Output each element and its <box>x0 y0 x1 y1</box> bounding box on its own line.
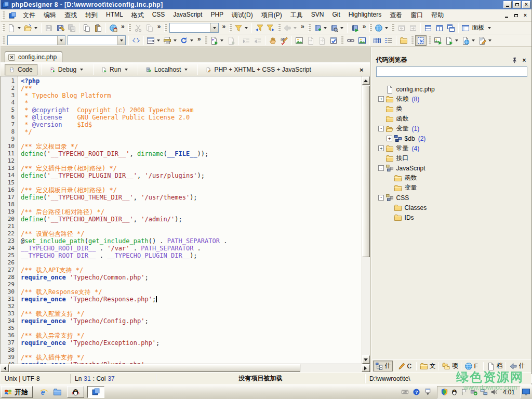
menu-p[interactable]: 项目(P) <box>257 9 286 21</box>
code-line[interactable]: define('__TYPECHO_ADMIN_DIR__', '/admin/… <box>21 216 362 223</box>
preview-in-browser-button[interactable] <box>108 23 119 33</box>
expand-icon[interactable]: + <box>377 96 385 102</box>
cascade-windows-button[interactable] <box>445 23 457 33</box>
menu-[interactable]: 工具 <box>286 9 307 21</box>
insert-link-button[interactable] <box>345 35 356 46</box>
tree-item-[interactable]: 函数 <box>377 173 531 183</box>
toolbar-grip[interactable] <box>2 24 5 32</box>
dropdown-caret-icon[interactable] <box>340 27 343 29</box>
bookmark-go-button[interactable] <box>349 23 361 33</box>
code-line[interactable]: /** 定义插件目录(相对路径) */ <box>21 165 362 172</box>
menu-[interactable]: 帮助 <box>427 9 448 21</box>
code-line[interactable] <box>21 136 362 143</box>
dropdown-caret-icon[interactable] <box>80 69 83 71</box>
mdi-restore-button[interactable] <box>512 12 520 19</box>
overflow-chevron-icon[interactable]: » <box>195 35 203 46</box>
copy-document-button[interactable] <box>81 23 92 33</box>
viewbar-close-icon[interactable]: × <box>357 66 366 74</box>
overflow-chevron-icon[interactable]: » <box>119 23 127 33</box>
open-file-button[interactable] <box>23 23 39 33</box>
debug-run-button[interactable] <box>209 35 225 46</box>
tree-item-ids[interactable]: IDs <box>377 212 531 222</box>
view-php-button[interactable]: PHP + XHTML + CSS + JavaScript <box>201 64 315 75</box>
toolbar-grip[interactable] <box>308 24 311 32</box>
show-desktop-icon[interactable] <box>521 387 531 398</box>
dropdown-caret-icon[interactable] <box>18 27 21 29</box>
menu-[interactable]: 编辑 <box>39 9 60 21</box>
validate-button[interactable] <box>328 35 339 46</box>
menu-html[interactable]: HTML <box>102 9 127 21</box>
tab-config-inc-php[interactable]: × config.inc.php <box>5 51 62 62</box>
keyboard-tray-icon[interactable] <box>400 388 411 396</box>
dropdown-caret-icon[interactable] <box>385 27 388 29</box>
run-image-button[interactable] <box>432 35 444 46</box>
dropdown-caret-icon[interactable] <box>455 39 458 42</box>
expand-box[interactable]: + <box>387 136 392 141</box>
toolbar-grip[interactable] <box>278 24 281 32</box>
expand-icon[interactable]: + <box>377 145 385 151</box>
code-line[interactable]: require_once 'Typecho/Response.php'; <box>21 296 362 303</box>
code-line[interactable]: */ <box>21 128 362 136</box>
dropdown-caret-icon[interactable] <box>324 27 327 29</box>
paste-document-button[interactable] <box>92 23 104 33</box>
dropdown-caret-icon[interactable] <box>190 39 193 42</box>
code-line[interactable] <box>21 179 362 187</box>
taskbar-qq-button[interactable] <box>67 386 84 398</box>
filter-prev-button[interactable] <box>254 23 265 33</box>
code-line[interactable]: /** 定义模板目录(相对路径) */ <box>21 187 362 194</box>
design-view-button[interactable] <box>477 35 494 46</box>
insert-list-button[interactable] <box>383 35 394 46</box>
code-line[interactable]: define('__TYPECHO_PLUGIN_DIR__', '/usr/p… <box>21 172 362 179</box>
tree-item-[interactable]: 类 <box>377 104 531 114</box>
code-line[interactable] <box>21 223 362 230</box>
toolbar-grip[interactable] <box>205 36 207 45</box>
scroll-left-button[interactable] <box>1 364 9 372</box>
expand-box[interactable]: - <box>378 126 384 131</box>
code-line[interactable]: /** 载入异常支持 */ <box>21 332 362 339</box>
dropdown-caret-icon[interactable] <box>125 69 128 71</box>
mdi-close-button[interactable]: × <box>521 12 529 19</box>
code-line[interactable] <box>21 157 362 165</box>
expand-box[interactable]: + <box>378 145 384 151</box>
pan-tool-button[interactable] <box>267 35 278 46</box>
function-select-combobox[interactable] <box>68 35 126 45</box>
code-line[interactable]: define('__TYPECHO_THEME_DIR__', '/usr/th… <box>21 194 362 201</box>
tree-item-configincphp[interactable]: config.inc.php <box>377 84 531 94</box>
view-run-button[interactable]: Run <box>97 64 134 75</box>
code-line[interactable]: * Typecho Blog Platform <box>21 92 362 99</box>
close-button[interactable]: × <box>522 1 530 8</box>
code-line[interactable]: /** 设置包含路径 */ <box>21 230 362 237</box>
code-line[interactable]: * @version $Id$ <box>21 121 362 128</box>
save-as-button[interactable] <box>55 23 66 33</box>
quick-search-combobox[interactable] <box>169 23 219 33</box>
taskbar-phpdesigner-button[interactable] <box>87 386 104 398</box>
tab-close-icon[interactable]: × <box>8 54 15 61</box>
dropdown-caret-icon[interactable] <box>488 27 491 29</box>
overflow-chevron-icon[interactable]: » <box>361 23 368 33</box>
menu-grip[interactable] <box>2 11 5 20</box>
publish-web-button[interactable] <box>374 23 390 33</box>
menu-[interactable]: 转到 <box>81 9 102 21</box>
dropdown-caret-icon[interactable] <box>488 39 491 42</box>
overflow-chevron-icon[interactable]: » <box>299 23 307 33</box>
dropdown-caret-icon[interactable] <box>245 27 248 29</box>
code-line[interactable]: __TYPECHO_ROOT_DIR__ . '/var' . PATH_SEP… <box>21 245 362 252</box>
code-line[interactable]: require_once 'Typecho/Config.php'; <box>21 317 362 325</box>
spell-check-button[interactable]: ab <box>278 35 290 46</box>
code-line[interactable] <box>21 281 362 288</box>
menu-highlighters[interactable]: Highlighters <box>344 9 385 21</box>
code-editor[interactable]: 1234567891011121314151617181920212223242… <box>1 76 370 364</box>
menu-[interactable]: 格式 <box>127 9 148 21</box>
tree-item-[interactable]: 函数 <box>377 114 531 124</box>
panel-tab-code-explorer[interactable]: 什 <box>373 361 393 371</box>
security-shield-tray-icon[interactable] <box>440 388 449 396</box>
menu-css[interactable]: CSS <box>148 9 169 21</box>
code-line[interactable] <box>21 347 362 354</box>
dropdown-caret-icon[interactable] <box>220 39 223 42</box>
code-line[interactable]: /** 载入API支持 */ <box>21 267 362 274</box>
code-line[interactable]: @set_include_path(get_include_path() . P… <box>21 237 362 245</box>
toolbar-grip[interactable] <box>411 36 414 45</box>
toolbar-grip[interactable] <box>229 24 232 32</box>
menu-svn[interactable]: SVN <box>307 9 328 21</box>
tree-item-[interactable]: +依赖(8) <box>377 94 531 104</box>
